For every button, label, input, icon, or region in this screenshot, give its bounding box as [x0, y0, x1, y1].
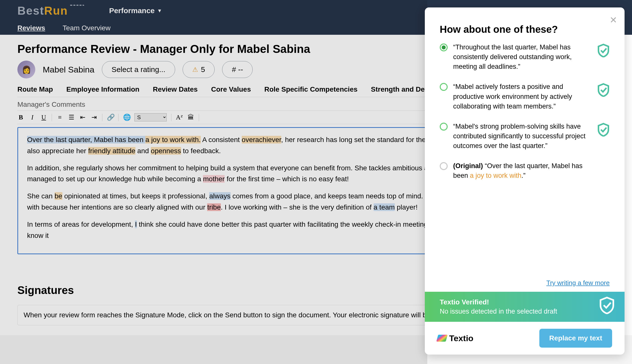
toolbar-separator [118, 114, 119, 121]
logo-best: Best [18, 4, 44, 18]
subnav-reviews[interactable]: Reviews [18, 24, 45, 32]
close-button[interactable]: ✕ [610, 15, 617, 25]
ordered-list-button[interactable]: ≡ [56, 114, 63, 121]
module-dropdown[interactable]: Performance ▼ [109, 6, 162, 15]
module-label: Performance [109, 6, 155, 15]
shield-verified-icon [599, 296, 614, 313]
suggestion-text: “Mabel actively fosters a positive and p… [453, 82, 610, 111]
link-button[interactable]: 🔗 [107, 114, 114, 121]
underline-button[interactable]: U [40, 114, 47, 121]
hash-pill[interactable]: # -- [222, 61, 253, 78]
toolbar-separator [171, 114, 171, 121]
indent-button[interactable]: ⇥ [91, 114, 98, 121]
outdent-button[interactable]: ⇤ [79, 114, 86, 121]
highlight-blue: Over the last quarter, Mabel has been a … [27, 136, 201, 144]
warning-icon: ⚠ [192, 66, 198, 74]
shield-verified-icon [597, 123, 610, 136]
textio-suggestions-panel: ✕ How about one of these? “Throughout th… [425, 8, 624, 354]
radio-icon[interactable] [440, 123, 448, 130]
radio-icon[interactable] [440, 162, 448, 170]
avatar[interactable]: 👩 [18, 60, 35, 78]
truck-icon [69, 5, 84, 13]
toolbar-separator [52, 114, 52, 121]
radio-selected-icon[interactable] [440, 44, 448, 52]
suggestion-option-original[interactable]: (Original) “Over the last quarter, Mabel… [440, 161, 610, 180]
suggestion-text: (Original) “Over the last quarter, Mabel… [453, 161, 610, 180]
try-more-link[interactable]: Try writing a few more [425, 279, 624, 292]
tab-employee-info[interactable]: Employee Information [66, 86, 139, 93]
replace-text-button[interactable]: Replace my text [539, 329, 612, 348]
brand-logo: BestRun [18, 4, 84, 18]
suggestion-option[interactable]: “Throughout the last quarter, Mabel has … [440, 42, 610, 72]
radio-icon[interactable] [440, 83, 448, 91]
panel-title: How about one of these? [425, 8, 624, 42]
shield-verified-icon [597, 44, 610, 57]
bold-button[interactable]: B [18, 114, 24, 121]
toolbar-separator [199, 114, 199, 121]
textio-brand: Textio [449, 334, 473, 343]
subnav-team[interactable]: Team Overview [63, 24, 111, 32]
shield-verified-icon [597, 83, 610, 97]
rating-select[interactable]: Select a rating... [102, 61, 175, 78]
suggestion-text: “Mabel's strong problem-solving skills h… [453, 122, 610, 151]
suggestion-options: “Throughout the last quarter, Mabel has … [425, 42, 624, 279]
spellcheck-button[interactable]: Aᶻ [176, 114, 183, 121]
verified-banner: Textio Verified! No issues detected in t… [425, 292, 624, 322]
score-pill[interactable]: ⚠ 5 [183, 61, 215, 78]
score-value: 5 [201, 65, 205, 74]
suggestion-option[interactable]: “Mabel actively fosters a positive and p… [440, 82, 610, 111]
unordered-list-button[interactable]: ☰ [68, 114, 75, 121]
logo-run: Run [44, 4, 68, 18]
textio-stripes-icon [436, 335, 448, 342]
hash-value: # -- [232, 65, 243, 74]
rating-placeholder: Select a rating... [112, 65, 166, 74]
verified-title: Textio Verified! [440, 298, 610, 306]
toolbar-separator [102, 114, 102, 121]
page-title: Performance Review - Manager Only for Ma… [18, 42, 310, 56]
panel-footer: Textio Replace my text [425, 322, 624, 354]
employee-name: Mabel Sabina [43, 65, 94, 74]
library-button[interactable]: 🏛 [187, 114, 194, 121]
italic-button[interactable]: I [29, 114, 36, 121]
globe-button[interactable]: 🌐 [123, 114, 130, 121]
tab-core-values[interactable]: Core Values [211, 86, 251, 93]
tab-role-competencies[interactable]: Role Specific Competencies [264, 86, 357, 93]
verified-subtitle: No issues detected in the selected draft [440, 308, 610, 315]
tab-route-map[interactable]: Route Map [18, 86, 53, 93]
suggestion-text: “Throughout the last quarter, Mabel has … [453, 42, 610, 72]
tab-review-dates[interactable]: Review Dates [153, 86, 198, 93]
font-size-select[interactable]: S [134, 113, 167, 122]
textio-logo: Textio [437, 334, 473, 343]
caret-down-icon: ▼ [157, 8, 162, 14]
suggestion-option[interactable]: “Mabel's strong problem-solving skills h… [440, 122, 610, 151]
